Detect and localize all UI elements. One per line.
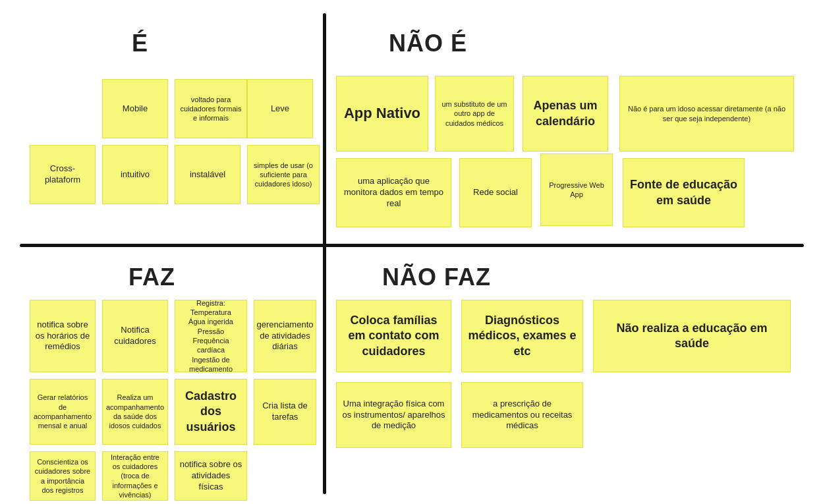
- note-registra: Registra: Temperatura Água ingerida Pres…: [175, 300, 247, 372]
- note-apenas-calendario: Apenas um calendário: [523, 76, 608, 152]
- note-fonte-educacao: Fonte de educação em saúde: [623, 158, 745, 227]
- note-interacao: Interação entre os cuidadores (troca de …: [102, 451, 168, 501]
- note-voltado: voltado para cuidadores formais e inform…: [175, 79, 247, 138]
- note-mobile: Mobile: [102, 79, 168, 138]
- note-instalavel: instalável: [175, 145, 241, 204]
- note-nao-educacao: Não realiza a educação em saúde: [593, 300, 791, 372]
- note-intuitivo: intuitivo: [102, 145, 168, 204]
- note-notifica-atividades: notifica sobre os atividades físicas: [175, 451, 247, 501]
- note-substituto: um substituto de um outro app de cuidado…: [435, 76, 514, 152]
- note-gerenciamento: gerenciamento de atividades diárias: [254, 300, 316, 372]
- section-e-title: É: [132, 30, 148, 57]
- note-cross: Cross-plataform: [30, 145, 96, 204]
- note-cadastro: Cadastro dos usuários: [175, 379, 247, 445]
- note-simples: simples de usar (o suficiente para cuida…: [247, 145, 320, 204]
- note-app-nativo: App Nativo: [336, 76, 428, 152]
- note-integracao: Uma integração física com os instrumento…: [336, 382, 451, 448]
- note-pwa: Progressive Web App: [540, 154, 613, 226]
- note-conscientiza: Conscientiza os cuidadores sobre a impor…: [30, 451, 96, 501]
- vertical-axis: [323, 13, 326, 494]
- note-rede-social: Rede social: [459, 158, 532, 227]
- note-notifica-cuidadores: Notifica cuidadores: [102, 300, 168, 372]
- note-familias: Coloca famílias em contato com cuidadore…: [336, 300, 451, 372]
- note-prescricao: a prescrição de medicamentos ou receitas…: [461, 382, 583, 448]
- main-canvas: É NÃO É FAZ NÃO FAZ Mobile voltado para …: [0, 0, 823, 504]
- note-acompanhamento: Realiza um acompanhamento da saúde dos i…: [102, 379, 168, 445]
- section-faz-title: FAZ: [128, 264, 175, 291]
- section-nao-e-title: NÃO É: [389, 30, 467, 57]
- note-nao-idoso: Não é para um idoso acessar diretamente …: [619, 76, 794, 152]
- note-leve: Leve: [247, 79, 313, 138]
- section-nao-faz-title: NÃO FAZ: [382, 264, 491, 291]
- note-diagnosticos: Diagnósticos médicos, exames e etc: [461, 300, 583, 372]
- note-monitora: uma aplicação que monitora dados em temp…: [336, 158, 451, 227]
- note-relatorios: Gerar relatórios de acompanhamento mensa…: [30, 379, 96, 445]
- horizontal-axis: [20, 244, 804, 247]
- note-cria-lista: Cria lista de tarefas: [254, 379, 316, 445]
- note-notifica-remedios: notifica sobre os horários de remédios: [30, 300, 96, 372]
